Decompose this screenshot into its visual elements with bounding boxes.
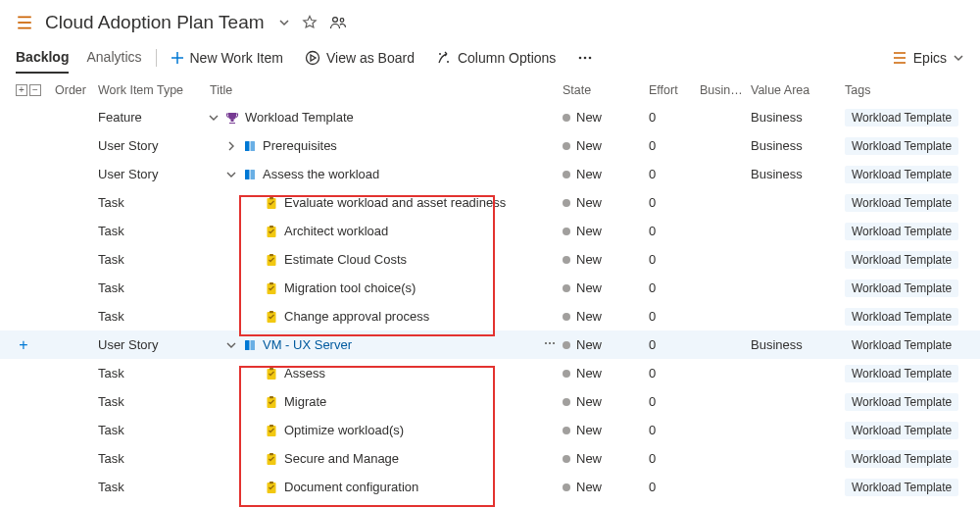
new-work-item-button[interactable]: New Work Item — [171, 50, 283, 66]
col-title[interactable]: Title — [208, 83, 563, 97]
tag-pill[interactable]: Workload Template — [845, 166, 958, 183]
col-effort[interactable]: Effort — [649, 83, 700, 97]
svg-rect-43 — [270, 282, 273, 284]
tag-pill[interactable]: Workload Template — [845, 223, 958, 240]
tag-pill[interactable]: Workload Template — [845, 308, 958, 326]
svg-point-8 — [579, 56, 582, 59]
col-order[interactable]: Order — [55, 83, 98, 97]
col-work-item-type[interactable]: Work Item Type — [98, 83, 208, 97]
work-item-title[interactable]: Optimize workload(s) — [284, 423, 404, 437]
svg-point-3 — [332, 18, 337, 23]
collapse-all-icon[interactable]: − — [29, 84, 41, 96]
tag-pill[interactable]: Workload Template — [845, 479, 958, 496]
effort-value: 0 — [649, 252, 700, 267]
col-value-area[interactable]: Value Area — [751, 83, 845, 97]
tag-pill[interactable]: Workload Template — [845, 194, 958, 212]
state-dot-icon — [563, 142, 570, 150]
tag-pill[interactable]: Workload Template — [845, 422, 958, 439]
work-item-title[interactable]: Assess — [284, 366, 325, 381]
svg-rect-78 — [270, 482, 273, 483]
expand-all-icon[interactable]: + — [16, 84, 27, 96]
expander-icon[interactable] — [225, 141, 237, 151]
tag-pill[interactable]: Workload Template — [845, 450, 958, 468]
state-label: New — [576, 167, 602, 181]
backlog-row[interactable]: +TaskDocument configurationNew0Workload … — [0, 473, 980, 501]
work-item-type: Task — [98, 309, 208, 324]
backlog-row[interactable]: +TaskMigration tool choice(s)New0Workloa… — [0, 274, 980, 302]
state-label: New — [576, 195, 602, 210]
work-item-type: Task — [98, 224, 208, 238]
svg-rect-52 — [245, 340, 250, 350]
work-item-title[interactable]: VM - UX Server — [263, 337, 352, 352]
svg-rect-38 — [270, 254, 273, 256]
backlog-level-picker[interactable]: Epics — [892, 50, 964, 66]
work-item-title[interactable]: Evaluate workload and asset readiness — [284, 195, 506, 210]
backlog-row[interactable]: +FeatureWorkload TemplateNew0BusinessWor… — [0, 103, 980, 131]
backlog-row[interactable]: +TaskChange approval processNew0Workload… — [0, 302, 980, 330]
state-label: New — [576, 110, 602, 125]
state-dot-icon — [563, 171, 570, 178]
col-tags[interactable]: Tags — [845, 83, 964, 97]
work-item-title[interactable]: Estimate Cloud Costs — [284, 252, 407, 267]
svg-point-55 — [549, 342, 551, 344]
more-toolbar-button[interactable] — [577, 50, 593, 66]
work-item-type: User Story — [98, 337, 208, 352]
epics-label: Epics — [913, 50, 947, 66]
backlog-row[interactable]: +TaskSecure and ManageNew0Workload Templ… — [0, 444, 980, 473]
tag-pill[interactable]: Workload Template — [845, 336, 958, 354]
col-business[interactable]: Busin… — [700, 83, 751, 97]
state-label: New — [576, 224, 602, 238]
state-label: New — [576, 394, 602, 409]
tag-pill[interactable]: Workload Template — [845, 279, 958, 297]
effort-value: 0 — [649, 110, 700, 125]
column-options-label: Column Options — [458, 50, 556, 66]
row-more-button[interactable] — [543, 336, 563, 353]
clipboard-icon — [265, 452, 278, 466]
view-as-board-button[interactable]: View as Board — [305, 50, 415, 66]
backlog-row[interactable]: +User StoryAssess the workloadNew0Busine… — [0, 160, 980, 188]
work-item-title[interactable]: Migrate — [284, 394, 326, 409]
effort-value: 0 — [649, 394, 700, 409]
backlog-row[interactable]: +User StoryVM - UX ServerNew0BusinessWor… — [0, 330, 980, 359]
tag-pill[interactable]: Workload Template — [845, 137, 958, 155]
state-dot-icon — [563, 427, 570, 434]
expander-icon[interactable] — [225, 170, 237, 179]
work-item-title[interactable]: Document configuration — [284, 480, 418, 494]
col-state[interactable]: State — [563, 83, 649, 97]
expander-icon[interactable] — [208, 113, 220, 123]
favorite-star-icon[interactable] — [302, 15, 318, 30]
backlog-row[interactable]: +User StoryPrerequisitesNew0BusinessWork… — [0, 131, 980, 160]
tag-pill[interactable]: Workload Template — [845, 393, 958, 411]
add-child-button[interactable]: + — [16, 336, 31, 354]
work-item-title[interactable]: Workload Template — [245, 110, 354, 125]
expander-icon[interactable] — [225, 340, 237, 350]
work-item-type: User Story — [98, 167, 208, 181]
work-item-type: Task — [98, 480, 208, 494]
work-item-type: Feature — [98, 110, 208, 125]
work-item-title[interactable]: Secure and Manage — [284, 451, 399, 466]
tag-pill[interactable]: Workload Template — [845, 109, 958, 127]
state-label: New — [576, 480, 602, 494]
work-item-title[interactable]: Assess the workload — [263, 167, 379, 181]
tab-analytics[interactable]: Analytics — [86, 41, 141, 74]
backlog-row[interactable]: +TaskEvaluate workload and asset readine… — [0, 188, 980, 217]
work-item-title[interactable]: Prerequisites — [263, 138, 337, 153]
backlog-row[interactable]: +TaskAssessNew0Workload Template — [0, 359, 980, 387]
value-area: Business — [751, 110, 845, 125]
team-members-icon[interactable] — [329, 15, 347, 30]
tab-backlog[interactable]: Backlog — [16, 41, 69, 74]
work-item-title[interactable]: Change approval process — [284, 309, 429, 324]
tag-pill[interactable]: Workload Template — [845, 251, 958, 269]
backlog-row[interactable]: +TaskEstimate Cloud CostsNew0Workload Te… — [0, 245, 980, 274]
backlog-row[interactable]: +TaskOptimize workload(s)New0Workload Te… — [0, 416, 980, 444]
tag-pill[interactable]: Workload Template — [845, 365, 958, 382]
svg-rect-58 — [270, 368, 273, 370]
work-item-title[interactable]: Architect workload — [284, 224, 388, 238]
backlog-row[interactable]: +TaskMigrateNew0Workload Template — [0, 387, 980, 416]
work-item-title[interactable]: Migration tool choice(s) — [284, 280, 416, 295]
column-options-button[interactable]: Column Options — [436, 50, 556, 66]
team-picker[interactable] — [278, 17, 290, 28]
value-area: Business — [751, 337, 845, 352]
backlog-row[interactable]: +TaskArchitect workloadNew0Workload Temp… — [0, 217, 980, 245]
work-item-type: Task — [98, 252, 208, 267]
